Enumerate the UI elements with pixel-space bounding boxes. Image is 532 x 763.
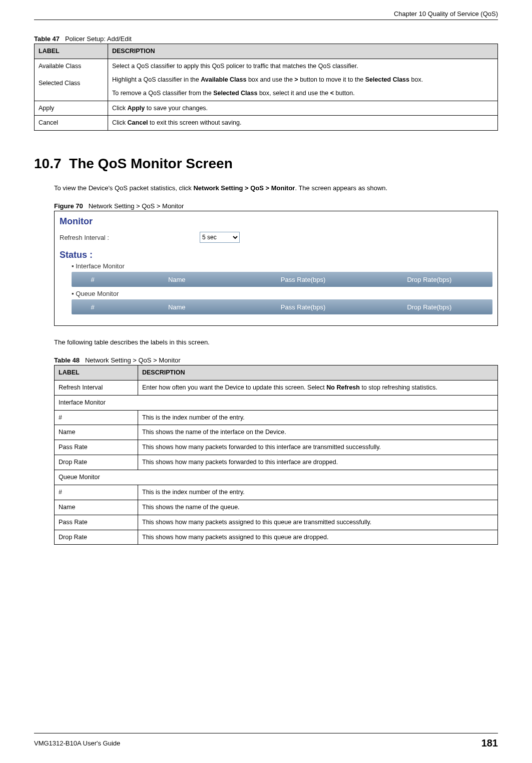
text: box and use the	[246, 76, 294, 83]
table-row: Pass Rate This shows how many packets as…	[55, 515, 498, 530]
col-drop-rate: Drop Rate(bps)	[366, 276, 492, 283]
text: to save your changes.	[145, 105, 208, 112]
table48-head-label: LABEL	[55, 365, 138, 380]
table-row: Refresh Interval Enter how often you wan…	[55, 380, 498, 395]
table-row: Interface Monitor	[55, 395, 498, 410]
t48-r9-desc: This shows the name of the queue.	[138, 500, 498, 515]
status-title: Status :	[60, 250, 492, 260]
text: button to move it to the	[298, 76, 365, 83]
text-bold: Available Class	[201, 76, 246, 83]
table47-r1-label: Available Class Selected Class	[35, 59, 108, 101]
t48-r3-desc: This is the index number of the entry.	[138, 410, 498, 425]
t48-r5-label: Pass Rate	[55, 440, 138, 455]
refresh-row: Refresh Interval : 5 sec	[60, 232, 492, 243]
t48-r2-label: Interface Monitor	[55, 395, 498, 410]
section-heading: 10.7 The QoS Monitor Screen	[34, 156, 498, 172]
text: Select a QoS classifier to apply this Qo…	[112, 63, 358, 70]
col-pass-rate: Pass Rate(bps)	[240, 303, 366, 311]
refresh-interval-label: Refresh Interval :	[60, 234, 200, 241]
footer-rule	[34, 733, 498, 733]
t48-r8-label: #	[55, 485, 138, 500]
col-drop-rate: Drop Rate(bps)	[366, 303, 492, 311]
table-row: Pass Rate This shows how many packets fo…	[55, 440, 498, 455]
figure70-caption: Figure 70 Network Setting > QoS > Monito…	[54, 202, 498, 210]
col-pass-rate: Pass Rate(bps)	[240, 276, 366, 283]
t48-r3-label: #	[55, 410, 138, 425]
figure70-caption-prefix: Figure 70	[54, 202, 83, 210]
table48: LABEL DESCRIPTION Refresh Interval Enter…	[54, 365, 498, 545]
t48-r5-desc: This shows how many packets forwarded to…	[138, 440, 498, 455]
page-footer: VMG1312-B10A User's Guide 181	[34, 733, 498, 749]
footer-guide: VMG1312-B10A User's Guide	[34, 739, 120, 747]
text-bold: Network Setting > QoS > Monitor	[193, 184, 295, 192]
table47-r3-desc: Click Cancel to exit this screen without…	[108, 116, 498, 131]
table48-caption-prefix: Table 48	[54, 356, 80, 364]
col-hash: #	[72, 276, 114, 283]
section-title-text: The QoS Monitor Screen	[69, 156, 233, 171]
table47: LABEL DESCRIPTION Available Class Select…	[34, 44, 498, 131]
text-bold: <	[330, 90, 334, 97]
table-row: # This is the index number of the entry.	[55, 485, 498, 500]
t48-r9-label: Name	[55, 500, 138, 515]
text-bold: No Refresh	[326, 384, 360, 391]
text-bold: Selected Class	[213, 90, 257, 97]
text-bold: Cancel	[128, 119, 148, 126]
t48-r6-desc: This shows how many packets forwarded to…	[138, 455, 498, 470]
table47-caption-prefix: Table 47	[34, 35, 60, 43]
page-number: 181	[481, 737, 498, 749]
text: To view the Device's QoS packet statisti…	[54, 184, 193, 192]
text: Enter how often you want the Device to u…	[142, 384, 326, 391]
queue-monitor-header: # Name Pass Rate(bps) Drop Rate(bps)	[72, 299, 492, 314]
queue-monitor-label: Queue Monitor	[72, 290, 492, 297]
table-row: Name This shows the name of the queue.	[55, 500, 498, 515]
table47-r2-label: Apply	[35, 101, 108, 116]
table47-r3-label: Cancel	[35, 116, 108, 131]
refresh-interval-select[interactable]: 5 sec	[200, 232, 240, 243]
figure70-screenshot: Monitor Refresh Interval : 5 sec Status …	[54, 211, 498, 326]
table47-caption: Table 47 Policer Setup: Add/Edit	[34, 35, 498, 43]
text: Click	[112, 119, 128, 126]
text: To remove a QoS classifier from the	[112, 90, 213, 97]
table-row: Queue Monitor	[55, 470, 498, 485]
text: Click	[112, 105, 128, 112]
t48-r4-desc: This shows the name of the interface on …	[138, 425, 498, 440]
section-intro: To view the Device's QoS packet statisti…	[54, 184, 498, 193]
t48-r10-desc: This shows how many packets assigned to …	[138, 515, 498, 530]
t48-r11-label: Drop Rate	[55, 530, 138, 545]
label-selected-class: Selected Class	[39, 80, 80, 87]
table-row: Drop Rate This shows how many packets fo…	[55, 455, 498, 470]
table47-head-desc: DESCRIPTION	[108, 44, 498, 59]
t48-r1-desc: Enter how often you want the Device to u…	[138, 380, 498, 395]
col-name: Name	[114, 276, 240, 283]
interface-monitor-label: Interface Monitor	[72, 262, 492, 270]
text: box.	[409, 76, 423, 83]
table47-r2-desc: Click Apply to save your changes.	[108, 101, 498, 116]
col-hash: #	[72, 303, 114, 311]
text: Highlight a QoS classifier in the	[112, 76, 201, 83]
table-row: Apply Click Apply to save your changes.	[35, 101, 498, 116]
table-row: Available Class Selected Class Select a …	[35, 59, 498, 101]
table-row: Cancel Click Cancel to exit this screen …	[35, 116, 498, 131]
table47-header-row: LABEL DESCRIPTION	[35, 44, 498, 59]
label-available-class: Available Class	[39, 63, 81, 70]
text: to stop refreshing statistics.	[360, 384, 437, 391]
figure70-caption-title: Network Setting > QoS > Monitor	[89, 202, 184, 210]
t48-r1-label: Refresh Interval	[55, 380, 138, 395]
table-row: # This is the index number of the entry.	[55, 410, 498, 425]
text-bold: Apply	[128, 105, 145, 112]
t48-r11-desc: This shows how many packets assigned to …	[138, 530, 498, 545]
table-row: Name This shows the name of the interfac…	[55, 425, 498, 440]
table47-caption-title: Policer Setup: Add/Edit	[65, 35, 132, 43]
table48-caption: Table 48 Network Setting > QoS > Monitor	[54, 356, 498, 364]
body-text-2: The following table describes the labels…	[54, 338, 498, 347]
table-row: Drop Rate This shows how many packets as…	[55, 530, 498, 545]
header-rule	[34, 20, 498, 20]
t48-r8-desc: This is the index number of the entry.	[138, 485, 498, 500]
t48-r6-label: Drop Rate	[55, 455, 138, 470]
table48-caption-title: Network Setting > QoS > Monitor	[85, 356, 181, 364]
t48-r7-label: Queue Monitor	[55, 470, 498, 485]
interface-monitor-header: # Name Pass Rate(bps) Drop Rate(bps)	[72, 272, 492, 287]
table48-head-desc: DESCRIPTION	[138, 365, 498, 380]
section-number: 10.7	[34, 156, 62, 171]
table47-r1-desc: Select a QoS classifier to apply this Qo…	[108, 59, 498, 101]
